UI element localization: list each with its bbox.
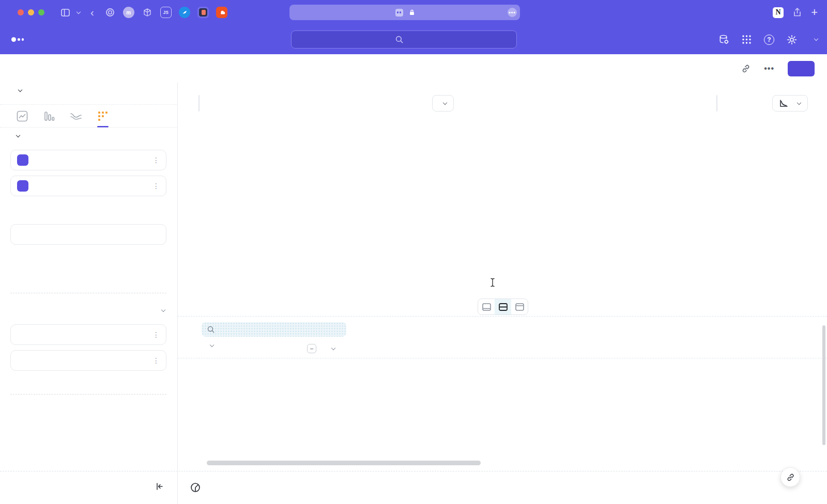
gender-column-header[interactable]: –	[307, 344, 335, 353]
collapse-sidebar-icon[interactable]	[156, 482, 164, 491]
vertical-scrollbar[interactable]	[822, 325, 825, 445]
link-icon	[786, 473, 795, 482]
help-icon[interactable]: ?	[764, 35, 774, 45]
chevron-down-icon	[814, 37, 818, 41]
back-icon[interactable]: ‹	[90, 7, 94, 18]
analyze-entity-dropdown[interactable]	[16, 90, 22, 91]
app: ‹ m JS ••• N +	[0, 0, 827, 504]
platform-column-header[interactable]	[203, 345, 213, 346]
compare-button[interactable]	[432, 95, 454, 112]
step-number-badge	[17, 154, 28, 166]
report-type-tabs	[14, 108, 111, 124]
retention-criteria-card[interactable]	[10, 224, 166, 245]
tab-insights[interactable]	[14, 108, 30, 124]
breakdown-scope-dropdown[interactable]	[158, 310, 165, 311]
global-search-button[interactable]	[291, 30, 517, 49]
kebab-menu-icon[interactable]: ⋮	[152, 182, 160, 190]
lock-icon	[409, 9, 415, 15]
address-bar[interactable]: •••	[289, 5, 520, 20]
kebab-menu-icon[interactable]: ⋮	[152, 156, 160, 164]
line-chart	[198, 131, 808, 278]
kebab-menu-icon[interactable]: ⋮	[152, 330, 160, 339]
retention-curve-icon	[779, 100, 788, 107]
share-icon[interactable]	[793, 8, 802, 17]
sidebar-toggle-icon[interactable]	[61, 9, 70, 17]
extension-js-icon[interactable]: JS	[160, 7, 172, 18]
breakdown-gender[interactable]: ⋮	[10, 350, 166, 371]
mixpanel-nav: ?	[0, 25, 827, 54]
extension-bird-icon[interactable]	[179, 7, 190, 18]
step-number-badge	[17, 180, 28, 192]
date-range-control	[198, 95, 200, 112]
retention-step-2[interactable]: ⋮	[10, 176, 166, 196]
retention-step-1[interactable]: ⋮	[10, 150, 166, 170]
view-table-only-button[interactable]	[511, 299, 528, 314]
retention-chart	[198, 131, 808, 278]
extension-m-icon[interactable]: m	[123, 7, 134, 18]
filter-add-button[interactable]	[10, 275, 166, 293]
segments-icon	[190, 482, 201, 493]
query-builder-sidebar: ⋮ ⋮ ⋮	[0, 83, 178, 471]
chart-type-dropdown[interactable]	[772, 95, 808, 112]
select-all-checkbox[interactable]: –	[307, 344, 316, 353]
retention-section-header[interactable]	[12, 135, 20, 137]
table-search-input[interactable]	[202, 322, 346, 337]
search-icon	[395, 36, 403, 43]
table-header: –	[178, 341, 827, 358]
extension-soundcloud-icon[interactable]	[216, 7, 227, 18]
data-management-icon[interactable]	[718, 34, 729, 45]
extension-target-icon[interactable]	[104, 7, 116, 18]
extension-reader-icon[interactable]	[197, 7, 209, 18]
site-favicon	[395, 9, 403, 17]
more-options-icon[interactable]: •••	[764, 64, 774, 73]
project-switcher[interactable]	[809, 39, 818, 40]
notion-extension-icon[interactable]: N	[773, 7, 784, 18]
horizontal-scrollbar[interactable]	[207, 461, 481, 465]
url-more-icon[interactable]: •••	[508, 8, 517, 17]
apps-grid-icon[interactable]	[742, 35, 752, 44]
tab-funnels[interactable]	[41, 108, 57, 124]
view-layout-toggle	[478, 298, 528, 315]
settings-gear-icon[interactable]	[787, 35, 797, 45]
tab-overview-chevron-icon[interactable]	[76, 9, 81, 13]
search-icon	[207, 326, 215, 333]
table-body	[178, 358, 827, 471]
tab-flows[interactable]	[68, 108, 84, 124]
browser-chrome: ‹ m JS ••• N +	[0, 0, 827, 25]
value-format-toggle	[716, 95, 717, 112]
tab-retention[interactable]	[95, 108, 111, 124]
close-window-button[interactable]	[18, 9, 24, 15]
save-button[interactable]	[788, 61, 815, 76]
breakdown-platform[interactable]: ⋮	[10, 324, 166, 345]
report-main: –	[178, 83, 827, 471]
kebab-menu-icon[interactable]: ⋮	[152, 356, 160, 365]
report-header: •••	[0, 54, 827, 83]
text-cursor-icon	[490, 278, 495, 287]
new-tab-icon[interactable]: +	[811, 7, 818, 18]
traffic-lights	[18, 9, 49, 15]
share-link-floating-button[interactable]	[780, 467, 800, 487]
zoom-window-button[interactable]	[38, 9, 44, 15]
mixpanel-logo[interactable]	[11, 37, 24, 42]
minimize-window-button[interactable]	[28, 9, 34, 15]
view-chart-only-button[interactable]	[478, 299, 495, 314]
bottom-bar	[0, 471, 827, 504]
breakdown-add-button[interactable]	[10, 376, 166, 395]
view-split-button[interactable]	[495, 299, 511, 314]
copy-link-icon[interactable]	[741, 64, 751, 73]
extension-cube-icon[interactable]	[142, 7, 153, 18]
